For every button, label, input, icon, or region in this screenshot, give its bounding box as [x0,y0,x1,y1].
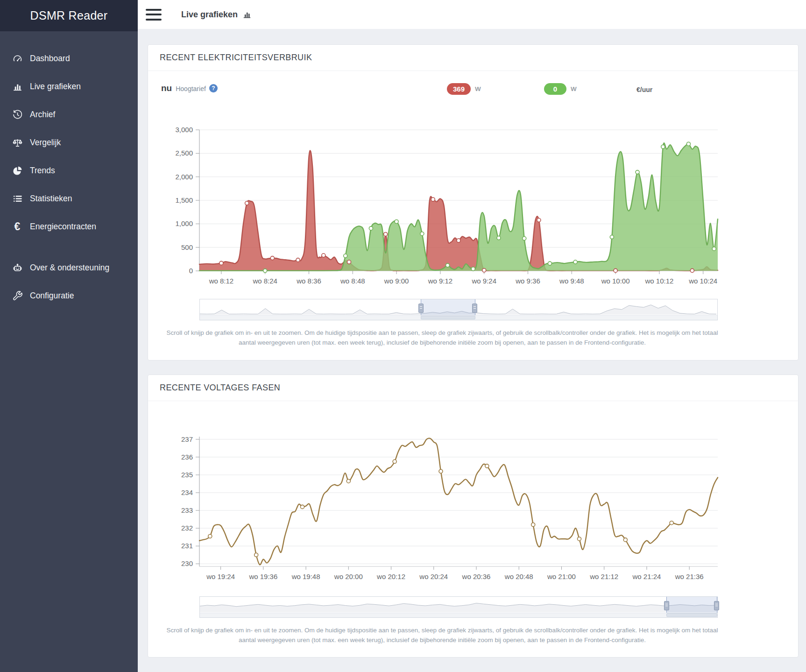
stat-delivered: 369 W [447,83,481,95]
svg-text:wo 20:24: wo 20:24 [419,573,448,580]
electricity-chart-caption: Scroll of knijp de grafiek om in- en uit… [163,328,721,348]
sidebar-item-label: Statistieken [30,194,72,204]
electricity-panel: RECENT ELEKTRICITEITSVERBRUIK nuHoogtari… [148,44,799,361]
current-usage-row: nuHoogtarief? 369 W 0 W €/uur [161,83,798,102]
sidebar-item-label: Configuratie [30,291,74,301]
scale-icon [10,137,24,148]
svg-text:wo 21:36: wo 21:36 [675,573,704,580]
sidebar-item-live-grafieken[interactable]: Live grafieken [0,72,138,100]
sidebar-item-label: Archief [30,110,55,120]
electricity-panel-title: RECENT ELEKTRICITEITSVERBRUIK [148,45,798,71]
svg-text:1,500: 1,500 [175,196,193,204]
sidebar-nav: Dashboard Live grafieken Archief Vergeli… [0,31,138,310]
stat-cost: €/uur [636,86,652,93]
electricity-chart-navigator[interactable] [199,299,718,320]
svg-text:wo 20:48: wo 20:48 [504,573,533,580]
svg-text:0: 0 [189,267,193,275]
sidebar-item-vergelijk[interactable]: Vergelijk [0,128,138,156]
returned-unit: W [571,85,577,92]
delivered-unit: W [475,85,481,92]
navigator-handle-left[interactable] [418,304,424,313]
content: RECENT ELEKTRICITEITSVERBRUIK nuHoogtari… [138,29,806,664]
voltage-chart[interactable]: 230231232233234235236237wo 19:24wo 19:36… [159,431,725,586]
svg-text:wo 8:48: wo 8:48 [340,277,365,285]
navigator-scrollbar-thumb[interactable] [666,613,717,617]
navigator-scrollbar-track[interactable] [200,613,717,617]
svg-text:wo 20:36: wo 20:36 [462,573,491,580]
sidebar-item-energiecontracten[interactable]: € Energiecontracten [0,212,138,241]
svg-text:235: 235 [181,471,193,479]
sidebar-item-label: Trends [30,166,55,176]
stat-returned: 0 W [544,83,577,95]
voltage-chart-navigator[interactable] [199,596,718,618]
history-icon [10,109,24,120]
list-icon [10,193,24,204]
bar-chart-icon [242,10,252,19]
navigator-scrollbar-thumb[interactable] [421,316,475,319]
sidebar-item-archief[interactable]: Archief [0,100,138,128]
svg-text:2,500: 2,500 [175,149,193,157]
sidebar-item-configuratie[interactable]: Configuratie [0,282,138,310]
wrench-icon [10,290,24,301]
svg-text:wo 19:24: wo 19:24 [206,573,235,580]
navigator-handle-right[interactable] [472,304,477,313]
svg-text:wo 20:12: wo 20:12 [376,573,405,580]
navigator-handle-right[interactable] [714,601,719,610]
navigator-handle-left[interactable] [664,601,669,610]
sidebar-item-label: Over & ondersteuning [30,263,109,273]
svg-text:wo 10:24: wo 10:24 [688,277,717,285]
svg-text:2,000: 2,000 [175,173,193,181]
navigator-selection[interactable] [421,299,475,316]
svg-text:wo 8:24: wo 8:24 [252,277,277,285]
svg-text:233: 233 [181,506,193,514]
menu-toggle-button[interactable] [146,9,162,21]
delivered-value-badge: 369 [447,83,471,95]
page-title: Live grafieken [181,10,252,20]
navigator-selection[interactable] [666,597,717,613]
sidebar-item-statistieken[interactable]: Statistieken [0,184,138,212]
svg-text:230: 230 [181,559,193,567]
sidebar-item-label: Live grafieken [30,82,81,92]
gauge-icon [10,53,24,64]
svg-text:236: 236 [181,453,193,460]
svg-text:1,000: 1,000 [175,219,193,227]
svg-text:wo 9:00: wo 9:00 [384,277,409,285]
returned-value-badge: 0 [544,83,566,95]
tariff-label: Hoogtarief [176,85,206,92]
sidebar-item-label: Dashboard [30,54,70,64]
now-label: nu [161,83,172,93]
sidebar-item-label: Energiecontracten [30,222,96,232]
svg-text:3,000: 3,000 [175,126,193,134]
euro-icon: € [10,221,24,232]
svg-text:wo 9:24: wo 9:24 [471,277,496,285]
svg-text:237: 237 [181,435,193,443]
voltage-panel-title: RECENTE VOLTAGES FASEN [148,375,798,401]
electricity-chart[interactable]: 05001,0001,5002,0002,5003,000wo 8:12wo 8… [159,124,725,289]
sidebar-item-dashboard[interactable]: Dashboard [0,44,138,72]
sidebar-item-over-ondersteuning[interactable]: Over & ondersteuning [0,254,138,282]
svg-text:wo 8:36: wo 8:36 [296,277,321,285]
sidebar: DSMR Reader Dashboard Live grafieken Arc… [0,0,138,672]
svg-text:wo 10:12: wo 10:12 [644,277,673,285]
robot-icon [10,262,24,273]
svg-text:wo 9:12: wo 9:12 [428,277,453,285]
help-icon[interactable]: ? [209,84,218,92]
main-area: Live grafieken RECENT ELEKTRICITEITSVERB… [138,0,806,664]
electricity-chart-zone: 05001,0001,5002,0002,5003,000wo 8:12wo 8… [159,124,725,348]
topbar: Live grafieken [138,0,806,29]
svg-text:wo 21:00: wo 21:00 [547,573,576,580]
svg-text:231: 231 [181,542,193,550]
svg-text:wo 21:24: wo 21:24 [632,573,661,580]
pie-chart-icon [10,165,24,176]
svg-text:wo 21:12: wo 21:12 [589,573,618,580]
sidebar-item-trends[interactable]: Trends [0,156,138,184]
sidebar-item-label: Vergelijk [30,138,61,148]
svg-text:wo 19:48: wo 19:48 [291,573,320,580]
cost-unit: €/uur [636,86,652,93]
svg-text:wo 20:00: wo 20:00 [334,573,363,580]
svg-text:232: 232 [181,524,193,532]
svg-text:wo 8:12: wo 8:12 [209,277,234,285]
svg-text:500: 500 [181,243,193,251]
svg-text:wo 10:00: wo 10:00 [601,277,630,285]
voltage-chart-caption: Scroll of knijp de grafiek om in- en uit… [163,625,721,645]
